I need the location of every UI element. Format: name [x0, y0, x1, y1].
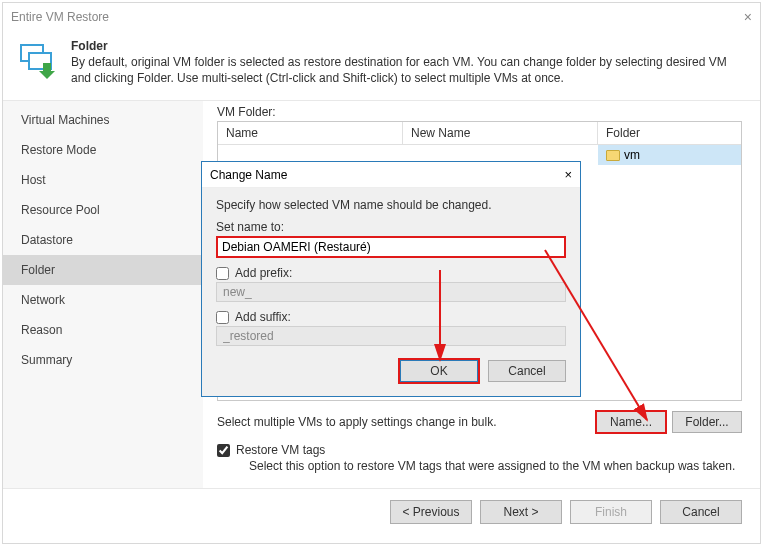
folder-icon — [606, 150, 620, 161]
dialog-buttons: OK Cancel — [216, 360, 566, 382]
add-suffix-checkbox[interactable] — [216, 311, 229, 324]
window-title: Entire VM Restore — [11, 10, 109, 24]
restore-tags-text: Restore VM tags — [236, 443, 325, 457]
cell-folder: vm — [598, 145, 741, 165]
add-prefix-label: Add prefix: — [235, 266, 292, 280]
add-suffix-row[interactable]: Add suffix: — [216, 310, 566, 324]
bulk-text: Select multiple VMs to apply settings ch… — [217, 415, 590, 429]
set-name-label: Set name to: — [216, 220, 566, 234]
restore-tags-checkbox[interactable] — [217, 444, 230, 457]
add-prefix-checkbox[interactable] — [216, 267, 229, 280]
sidebar-item-summary[interactable]: Summary — [3, 345, 203, 375]
cell-folder-text: vm — [624, 148, 640, 162]
footer: < Previous Next > Finish Cancel — [3, 488, 760, 534]
suffix-input — [216, 326, 566, 346]
vm-folder-label: VM Folder: — [217, 105, 742, 119]
restore-tags: Restore VM tags Select this option to re… — [217, 443, 742, 473]
restore-tags-desc: Select this option to restore VM tags th… — [249, 459, 742, 473]
col-folder[interactable]: Folder — [598, 122, 741, 144]
dialog-titlebar: Change Name × — [202, 162, 580, 188]
table-header: Name New Name Folder — [218, 122, 741, 145]
folder-restore-icon — [17, 39, 59, 81]
sidebar-item-reason[interactable]: Reason — [3, 315, 203, 345]
folder-button[interactable]: Folder... — [672, 411, 742, 433]
dialog-cancel-button[interactable]: Cancel — [488, 360, 566, 382]
finish-button: Finish — [570, 500, 652, 524]
prefix-input — [216, 282, 566, 302]
previous-button[interactable]: < Previous — [390, 500, 472, 524]
close-icon[interactable]: × — [744, 9, 752, 25]
name-button[interactable]: Name... — [596, 411, 666, 433]
sidebar-item-resource-pool[interactable]: Resource Pool — [3, 195, 203, 225]
sidebar-item-host[interactable]: Host — [3, 165, 203, 195]
cancel-button[interactable]: Cancel — [660, 500, 742, 524]
add-suffix-label: Add suffix: — [235, 310, 291, 324]
sidebar-item-network[interactable]: Network — [3, 285, 203, 315]
titlebar: Entire VM Restore × — [3, 3, 760, 31]
header-desc: By default, original VM folder is select… — [71, 55, 746, 86]
dialog-body: Specify how selected VM name should be c… — [202, 188, 580, 396]
sidebar-item-datastore[interactable]: Datastore — [3, 225, 203, 255]
change-name-dialog: Change Name × Specify how selected VM na… — [201, 161, 581, 397]
sidebar-item-virtual-machines[interactable]: Virtual Machines — [3, 105, 203, 135]
sidebar-item-restore-mode[interactable]: Restore Mode — [3, 135, 203, 165]
col-new-name[interactable]: New Name — [403, 122, 598, 144]
header: Folder By default, original VM folder is… — [3, 31, 760, 100]
sidebar-item-folder[interactable]: Folder — [3, 255, 203, 285]
name-input[interactable] — [216, 236, 566, 258]
next-button[interactable]: Next > — [480, 500, 562, 524]
col-name[interactable]: Name — [218, 122, 403, 144]
add-prefix-row[interactable]: Add prefix: — [216, 266, 566, 280]
bulk-row: Select multiple VMs to apply settings ch… — [217, 411, 742, 433]
dialog-title: Change Name — [210, 168, 287, 182]
header-title: Folder — [71, 39, 746, 53]
ok-button[interactable]: OK — [400, 360, 478, 382]
dialog-close-icon[interactable]: × — [564, 167, 572, 182]
sidebar: Virtual Machines Restore Mode Host Resou… — [3, 101, 203, 488]
header-text: Folder By default, original VM folder is… — [71, 39, 746, 86]
restore-tags-checkbox-label[interactable]: Restore VM tags — [217, 443, 742, 457]
dialog-instruction: Specify how selected VM name should be c… — [216, 198, 566, 212]
